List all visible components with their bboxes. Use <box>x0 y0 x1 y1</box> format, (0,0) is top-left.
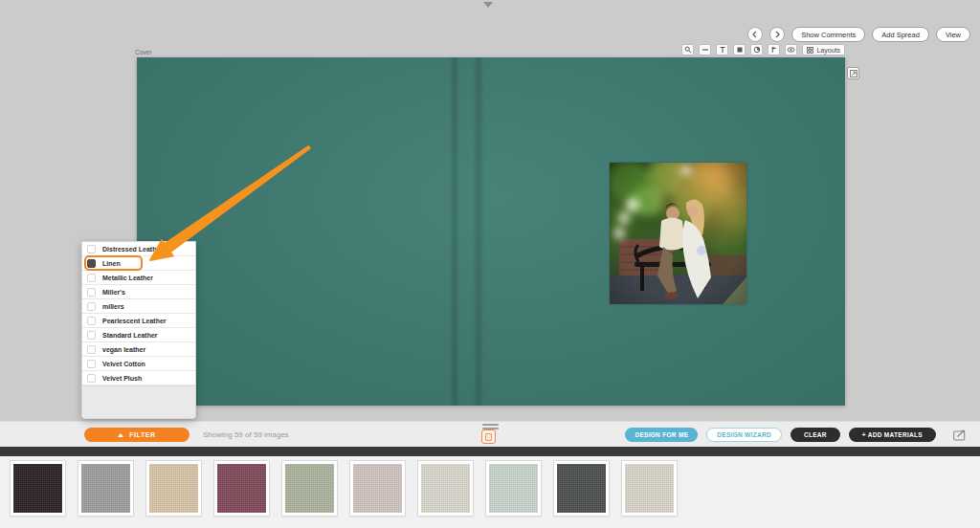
material-swatch-black-leather[interactable] <box>11 461 65 516</box>
material-label: Miller's <box>102 289 125 296</box>
material-label: millers <box>102 303 124 310</box>
top-bar-controls: Show Comments Add Spread View <box>747 27 970 42</box>
material-swatch-gray-linen[interactable] <box>78 461 133 516</box>
material-option-metallic-leather[interactable]: Metallic Leather <box>82 271 195 285</box>
book-cover-spread[interactable] <box>137 57 845 406</box>
image-count-status: Showing 59 of 59 images <box>203 422 289 448</box>
images-panel-icon[interactable] <box>481 429 496 444</box>
material-label: Velvet Cotton <box>102 361 145 367</box>
dropdown-footer <box>82 385 195 418</box>
shape-icon <box>736 46 744 54</box>
spine-groove <box>473 57 484 406</box>
filmstrip-track <box>11 461 677 516</box>
expand-spread-button[interactable] <box>847 67 859 79</box>
checkbox-unchecked[interactable] <box>87 374 96 383</box>
materials-list: Distressed LeatherLinenMetallic LeatherM… <box>82 242 195 385</box>
material-option-standard-leather[interactable]: Standard Leather <box>82 328 195 342</box>
checkbox-unchecked[interactable] <box>87 345 96 354</box>
checkbox-unchecked[interactable] <box>87 331 96 340</box>
zoom-icon <box>684 46 692 54</box>
collapse-caret-icon[interactable] <box>483 2 493 8</box>
prev-spread-button[interactable] <box>747 27 763 42</box>
checkbox-unchecked[interactable] <box>87 274 96 282</box>
material-label: Metallic Leather <box>102 275 153 281</box>
checkbox-checked[interactable] <box>87 259 96 268</box>
material-swatch-sage-linen[interactable] <box>282 461 337 516</box>
material-option-velvet-cotton[interactable]: Velvet Cotton <box>82 357 195 371</box>
workspace: Show Comments Add Spread View Cover Layo… <box>0 0 980 421</box>
material-label: Pearlescent Leather <box>102 318 167 324</box>
next-spread-button[interactable] <box>769 27 785 42</box>
expand-icon <box>850 70 858 77</box>
canvas-toolbar: Layouts <box>702 44 845 55</box>
filter-label: FILTER <box>129 431 156 438</box>
text-tool-button[interactable] <box>716 44 728 55</box>
text-icon <box>719 46 726 54</box>
layouts-button[interactable]: Layouts <box>802 44 845 55</box>
export-icon <box>953 429 968 441</box>
clear-button[interactable]: CLEAR <box>791 428 840 442</box>
chevron-left-icon <box>751 31 759 38</box>
eye-icon <box>787 46 795 54</box>
material-option-pearlescent-leather[interactable]: Pearlescent Leather <box>82 314 195 328</box>
design-for-me-button[interactable]: DESIGN FOR ME <box>625 428 698 442</box>
material-option-miller-s[interactable]: Miller's <box>82 285 195 299</box>
material-swatch-charcoal-linen[interactable] <box>554 461 609 516</box>
spine-groove <box>449 57 460 406</box>
material-label: Distressed Leather <box>102 246 163 253</box>
checkbox-unchecked[interactable] <box>87 317 96 325</box>
footer-actions: DESIGN FOR ME DESIGN WIZARD CLEAR + ADD … <box>625 428 936 442</box>
design-wizard-button[interactable]: DESIGN WIZARD <box>706 428 782 442</box>
material-option-velvet-plush[interactable]: Velvet Plush <box>82 371 195 385</box>
material-swatch-ivory-linen[interactable] <box>622 461 677 516</box>
panel-divider <box>0 447 980 456</box>
zoom-tool-button[interactable] <box>681 44 694 55</box>
material-swatch-burgundy-linen[interactable] <box>214 461 269 516</box>
materials-filmstrip <box>0 456 980 528</box>
material-swatch-mint-linen[interactable] <box>486 461 541 516</box>
material-option-distressed-leather[interactable]: Distressed Leather <box>82 242 195 256</box>
material-swatch-light-gray-linen[interactable] <box>418 461 473 516</box>
pin-icon <box>770 46 778 54</box>
rotate-icon <box>753 46 761 54</box>
pin-tool-button[interactable] <box>768 44 780 55</box>
checkbox-unchecked[interactable] <box>87 245 96 253</box>
material-swatch-blush-linen[interactable] <box>350 461 405 516</box>
checkbox-unchecked[interactable] <box>87 302 96 311</box>
rotate-tool-button[interactable] <box>750 44 763 55</box>
chevron-right-icon <box>773 31 781 38</box>
filter-button[interactable]: FILTER <box>84 428 189 442</box>
material-label: Velvet Plush <box>102 375 142 382</box>
layouts-grid-icon <box>807 47 813 54</box>
material-label: vegan leather <box>102 346 145 353</box>
material-option-vegan-leather[interactable]: vegan leather <box>82 342 195 357</box>
material-label: Linen <box>102 260 121 267</box>
line-icon <box>702 46 709 54</box>
layouts-label: Layouts <box>816 47 840 54</box>
checkbox-unchecked[interactable] <box>87 360 96 368</box>
shape-tool-button[interactable] <box>733 44 746 55</box>
cover-photo[interactable] <box>610 163 746 304</box>
material-label: Standard Leather <box>102 332 158 339</box>
chevron-up-icon <box>118 433 123 437</box>
spread-label: Cover <box>135 49 151 55</box>
export-button[interactable] <box>951 429 969 442</box>
materials-filter-dropdown: Distressed LeatherLinenMetallic LeatherM… <box>81 241 196 419</box>
material-swatch-tan-linen[interactable] <box>146 461 201 516</box>
footer-toolbar: FILTER Showing 59 of 59 images DESIGN FO… <box>0 421 980 447</box>
add-spread-button[interactable]: Add Spread <box>872 27 929 42</box>
line-tool-button[interactable] <box>699 44 711 55</box>
add-materials-button[interactable]: + ADD MATERIALS <box>849 428 936 442</box>
preview-tool-button[interactable] <box>785 44 797 55</box>
material-option-linen[interactable]: Linen <box>82 256 195 271</box>
material-option-millers[interactable]: millers <box>82 299 195 314</box>
show-comments-button[interactable]: Show Comments <box>791 27 865 42</box>
couple-on-bench-photo <box>610 163 746 304</box>
checkbox-unchecked[interactable] <box>87 288 96 297</box>
view-button[interactable]: View <box>936 27 970 42</box>
